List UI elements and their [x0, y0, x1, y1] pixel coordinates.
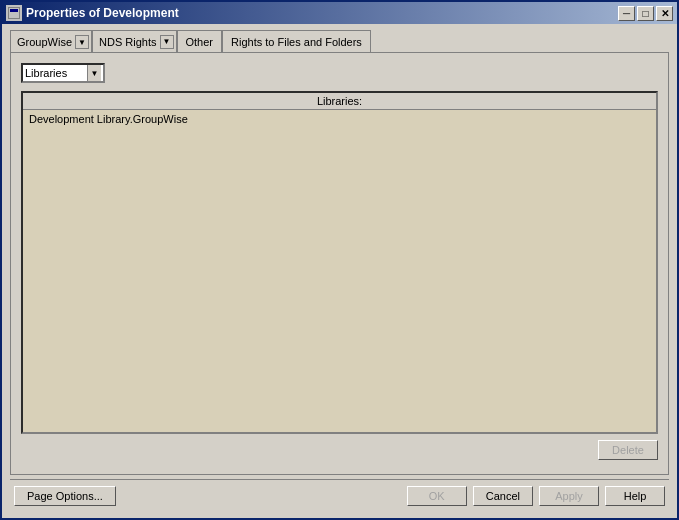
close-button[interactable]: ✕ — [656, 6, 673, 21]
title-bar: Properties of Development ─ □ ✕ — [2, 2, 677, 24]
svg-rect-2 — [10, 9, 18, 12]
libraries-header: Libraries: — [23, 93, 656, 110]
page-options-button[interactable]: Page Options... — [14, 486, 116, 506]
tab-groupwise[interactable]: GroupWise ▼ — [10, 30, 92, 53]
list-item[interactable]: Development Library.GroupWise — [25, 112, 654, 126]
sub-combo-row: Libraries ▼ — [21, 63, 658, 83]
libraries-combo-arrow[interactable]: ▼ — [87, 65, 101, 81]
title-controls: ─ □ ✕ — [618, 6, 673, 21]
window-title: Properties of Development — [26, 6, 179, 20]
main-window: Properties of Development ─ □ ✕ GroupWis… — [0, 0, 679, 520]
bottom-bar: Page Options... OK Cancel Apply Help — [10, 479, 669, 510]
libraries-combo-value: Libraries — [25, 67, 85, 79]
ok-button[interactable]: OK — [407, 486, 467, 506]
tab-groupwise-dropdown-btn[interactable]: ▼ — [75, 35, 89, 49]
minimize-button[interactable]: ─ — [618, 6, 635, 21]
bottom-right-buttons: OK Cancel Apply Help — [407, 486, 665, 506]
libraries-combo[interactable]: Libraries ▼ — [21, 63, 105, 83]
tab-rights-files-folders[interactable]: Rights to Files and Folders — [222, 30, 371, 52]
delete-area: Delete — [21, 434, 658, 464]
tab-nds-rights[interactable]: NDS Rights ▼ — [92, 30, 176, 52]
content-area: GroupWise ▼ NDS Rights ▼ Other Rights to… — [2, 24, 677, 518]
window-icon — [6, 5, 22, 21]
cancel-button[interactable]: Cancel — [473, 486, 533, 506]
tab-nds-rights-label: NDS Rights — [99, 36, 156, 48]
maximize-button[interactable]: □ — [637, 6, 654, 21]
title-bar-content: Properties of Development — [6, 5, 179, 21]
tab-nds-rights-dropdown-btn[interactable]: ▼ — [160, 35, 174, 49]
help-button[interactable]: Help — [605, 486, 665, 506]
libraries-content: Development Library.GroupWise — [23, 110, 656, 432]
tab-other[interactable]: Other — [177, 30, 223, 52]
libraries-panel: Libraries: Development Library.GroupWise — [21, 91, 658, 434]
tabs-row: GroupWise ▼ NDS Rights ▼ Other Rights to… — [10, 30, 669, 52]
tab-groupwise-label: GroupWise — [17, 36, 72, 48]
libraries-header-text: Libraries: — [317, 95, 362, 107]
apply-button[interactable]: Apply — [539, 486, 599, 506]
tab-rights-files-folders-label: Rights to Files and Folders — [231, 36, 362, 48]
list-item-text: Development Library.GroupWise — [29, 113, 188, 125]
tab-other-label: Other — [186, 36, 214, 48]
tab-panel-groupwise: Libraries ▼ Libraries: Development Libra… — [10, 52, 669, 475]
delete-button[interactable]: Delete — [598, 440, 658, 460]
